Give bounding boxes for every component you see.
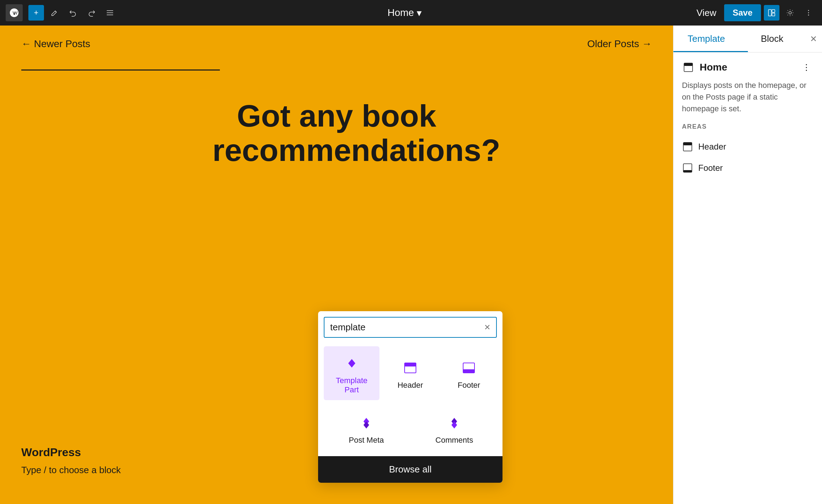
- template-panel-icon: [682, 61, 695, 74]
- footer-label: Footer: [458, 381, 481, 390]
- svg-point-6: [789, 11, 791, 14]
- svg-point-7: [808, 10, 809, 11]
- svg-point-9: [808, 15, 809, 16]
- undo-button[interactable]: [65, 5, 81, 21]
- post-meta-icon: [358, 414, 375, 431]
- wp-logo-button[interactable]: [6, 4, 23, 21]
- panel-tabs: Template Block ✕: [673, 26, 822, 52]
- layout-button[interactable]: [764, 5, 779, 21]
- inserter-item-header[interactable]: Header: [382, 346, 438, 400]
- canvas: ← Newer Posts Older Posts → Got any book…: [0, 26, 673, 504]
- svg-rect-13: [405, 363, 416, 366]
- page-title-dropdown[interactable]: Home ▾: [388, 7, 422, 19]
- canvas-nav: ← Newer Posts Older Posts →: [0, 26, 673, 62]
- chevron-down-icon: ▾: [417, 7, 422, 19]
- canvas-content: Got any book recommendations?: [0, 71, 673, 189]
- browse-all-button[interactable]: Browse all: [318, 456, 502, 483]
- footer-area-icon: [682, 162, 693, 174]
- page-title-text: Home: [388, 7, 414, 18]
- panel-template-title-row: Home: [682, 61, 727, 74]
- panel-template-name: Home: [700, 62, 727, 73]
- template-part-icon: [343, 355, 360, 372]
- inserter-item-template-part[interactable]: Template Part: [324, 346, 379, 400]
- tab-template[interactable]: Template: [673, 26, 739, 52]
- block-search-input[interactable]: template: [330, 322, 481, 333]
- panel-area-item-footer[interactable]: Footer: [682, 157, 813, 179]
- panel-template-header: Home ⋮: [682, 61, 813, 74]
- type-hint: Type / to choose a block: [21, 465, 121, 476]
- inserter-search-container: template ✕: [324, 317, 497, 338]
- comments-icon: [446, 414, 463, 431]
- tab-block[interactable]: Block: [739, 26, 805, 52]
- inserter-grid-row2: Post Meta Comments: [318, 406, 502, 456]
- panel-area-item-header[interactable]: Header: [682, 136, 813, 157]
- svg-point-8: [808, 12, 809, 13]
- inserter-item-post-meta[interactable]: Post Meta: [324, 406, 409, 450]
- right-panel: Template Block ✕ Home ⋮: [673, 26, 822, 504]
- comments-label: Comments: [435, 436, 473, 445]
- toolbar-right: View Save: [692, 4, 816, 21]
- page-title-area: Home ▾: [121, 7, 689, 19]
- svg-rect-23: [683, 142, 692, 145]
- svg-rect-3: [768, 10, 771, 16]
- svg-rect-5: [772, 13, 775, 16]
- inserter-grid-row1: Template Part Header: [318, 343, 502, 406]
- view-button[interactable]: View: [692, 5, 721, 21]
- more-options-button[interactable]: [801, 5, 816, 21]
- canvas-footer-area: WordPress Type / to choose a block: [21, 446, 121, 476]
- add-block-button[interactable]: +: [28, 5, 44, 21]
- panel-more-button[interactable]: ⋮: [799, 61, 813, 74]
- panel-content: Home ⋮ Displays posts on the homepage, o…: [673, 52, 822, 504]
- svg-rect-21: [684, 63, 693, 66]
- edit-button[interactable]: [47, 5, 62, 21]
- footer-area-name: Footer: [698, 163, 723, 173]
- main-area: ← Newer Posts Older Posts → Got any book…: [0, 26, 822, 504]
- panel-template-description: Displays posts on the homepage, or on th…: [682, 79, 813, 114]
- list-view-button[interactable]: [102, 5, 118, 21]
- svg-rect-25: [683, 170, 692, 172]
- newer-posts-link[interactable]: ← Newer Posts: [21, 38, 90, 50]
- older-posts-link[interactable]: Older Posts →: [587, 38, 652, 50]
- template-part-label: Template Part: [329, 376, 374, 394]
- svg-rect-4: [772, 10, 775, 12]
- inserter-item-comments[interactable]: Comments: [412, 406, 497, 450]
- svg-rect-15: [463, 369, 474, 373]
- canvas-headline: Got any book recommendations?: [212, 99, 461, 168]
- header-icon: [402, 359, 419, 376]
- header-area-name: Header: [698, 142, 726, 152]
- save-button[interactable]: Save: [724, 4, 761, 21]
- post-meta-label: Post Meta: [349, 436, 384, 445]
- footer-icon: [460, 359, 477, 376]
- header-label: Header: [398, 381, 423, 390]
- header-area-icon: [682, 141, 693, 152]
- inserter-item-footer[interactable]: Footer: [441, 346, 497, 400]
- wordpress-brand: WordPress: [21, 446, 121, 459]
- redo-button[interactable]: [84, 5, 99, 21]
- block-inserter-popup: template ✕ Template Part: [318, 311, 502, 483]
- toolbar: + Home ▾ View Save: [0, 0, 822, 26]
- search-clear-button[interactable]: ✕: [484, 323, 490, 332]
- panel-close-button[interactable]: ✕: [805, 26, 822, 52]
- theme-toggle-button[interactable]: [782, 5, 798, 21]
- areas-section-label: AREAS: [682, 123, 813, 130]
